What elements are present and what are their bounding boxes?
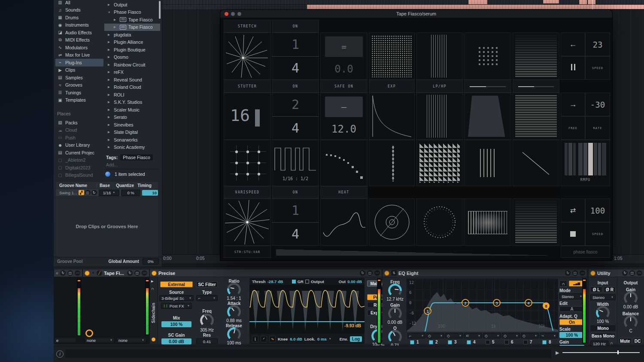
tag-chip[interactable]: Phase Fiasco	[120, 154, 153, 160]
plugin-tree-item[interactable]: ▶Tape Fiasco	[104, 24, 160, 31]
expand-arrow-icon[interactable]: ▶	[108, 3, 112, 6]
more-icon[interactable]: ⋯	[75, 270, 80, 276]
free-button[interactable]: FREE	[561, 116, 585, 140]
browser-category[interactable]: ⧉MIDI Effects	[55, 36, 103, 44]
groove-row[interactable]: Swing 1... ▞ ◫ ↻ 1/16▼ 0 % 10	[56, 189, 158, 196]
stutter-amount-cell[interactable]: — 12.0	[320, 93, 368, 140]
knee-value[interactable]: 6.0 dB	[290, 337, 302, 341]
stretch-amount-cell[interactable]: = 0.0	[320, 33, 368, 80]
pattern-cell[interactable]	[513, 93, 559, 140]
browser-place[interactable]: ☁Cloud	[55, 127, 103, 134]
groove-drop-area[interactable]: Drop Clips or Grooves Here	[56, 196, 158, 256]
browser-category[interactable]: ▦Drums	[55, 14, 103, 21]
browser-category[interactable]: ≈Grooves	[55, 81, 103, 89]
env-log-button[interactable]: Log	[350, 336, 362, 342]
ratio-knob[interactable]	[228, 284, 240, 295]
stutter-ratio-cell[interactable]: 24	[272, 93, 319, 140]
expand-arrow-icon[interactable]: ▶	[108, 55, 112, 59]
browser-place[interactable]: ▤Current Projec	[55, 149, 103, 157]
varispeed-header[interactable]: VARISPEED	[224, 186, 271, 199]
midi-clip[interactable]	[543, 0, 559, 3]
ramp-cell[interactable]: RMPU	[561, 140, 610, 186]
browser-place[interactable]: ▢Digitakt2023	[55, 164, 103, 172]
plugin-tree-item[interactable]: ▼Phase Fiasco	[104, 9, 160, 16]
balance-knob[interactable]	[625, 317, 636, 328]
device-title-bar[interactable]: ⇅ EQ Eight ↻ ◫ ⋯	[383, 269, 587, 277]
routing-select-b[interactable]: none▼	[116, 337, 146, 343]
browser-category[interactable]: ☰Tunings	[55, 89, 103, 97]
band-enable-checkbox[interactable]	[486, 340, 490, 344]
horizontal-scrollbar[interactable]	[562, 352, 640, 353]
eq-freq-knob[interactable]	[389, 285, 401, 296]
browser-place[interactable]: ▧Packs	[55, 119, 103, 127]
midi-clip[interactable]	[307, 5, 644, 9]
device-title-bar[interactable]: Utility ↻ ◫ ⋯	[589, 269, 644, 277]
footer-mode-cell[interactable]: STR:STU:VAR	[224, 246, 271, 258]
pattern-cell[interactable]	[513, 199, 559, 246]
routing-select[interactable]: e	[54, 337, 76, 343]
varispeed-ratio-cell[interactable]: 14	[272, 199, 319, 246]
browser-place[interactable]: ▢BillegalSound	[55, 172, 103, 179]
stop-button[interactable]	[561, 222, 585, 246]
midi-clip[interactable]	[588, 0, 595, 4]
square-wave-cell[interactable]: 1/16 : 1/2	[272, 140, 319, 186]
groove-quantize-field[interactable]: 0 %	[121, 190, 140, 196]
browser-category[interactable]: ⌁Plug-Ins	[55, 59, 103, 66]
filter-type-select[interactable]: ◇▼	[521, 333, 539, 338]
groove-commit-icon[interactable]: ▞	[79, 190, 84, 195]
hotswap-icon[interactable]: ↻	[60, 270, 66, 276]
release-knob[interactable]	[228, 329, 240, 340]
lphp-button[interactable]: LP/HP	[416, 80, 463, 93]
expand-arrow-icon[interactable]: ▶	[108, 63, 112, 66]
band-enable-checkbox[interactable]	[523, 340, 528, 344]
plugin-tree-item[interactable]: ▶Sonic Academy	[104, 144, 160, 151]
browser-category[interactable]: ▤Samples	[55, 74, 103, 81]
varispeed-xy-pad[interactable]	[224, 199, 271, 246]
device-partial[interactable]: ≡ ↻ ◫ ⋯ e	[54, 269, 82, 344]
browser-category[interactable]: ▥All	[55, 0, 103, 6]
device-title-bar[interactable]: ≡ ↻ ◫ ⋯	[54, 269, 82, 277]
varispeed-on-button[interactable]: ON	[272, 186, 319, 199]
plugin-tree-item[interactable]: ▶reFX	[104, 69, 160, 76]
stutter-header[interactable]: STUTTER	[224, 80, 271, 93]
routing-select-a[interactable]: none▼	[85, 337, 115, 343]
headphone-icon[interactable]: ∩	[610, 341, 613, 345]
device-activator-led[interactable]	[152, 271, 157, 276]
midi-clip[interactable]	[468, 0, 487, 4]
filter-type-select[interactable]: ◇▼	[426, 333, 444, 338]
pattern-cell[interactable]	[464, 93, 511, 140]
hotswap-icon[interactable]: ↻	[360, 270, 365, 276]
stretch-on-button[interactable]: ON	[272, 20, 319, 33]
plugin-window[interactable]: Tape Fiasco/serum STRETCH ON 14	[220, 9, 613, 261]
expand-icon[interactable]: ⇅	[391, 270, 397, 276]
plugin-tree-item[interactable]: ▶Plugin Alliance	[104, 39, 160, 46]
filter-type-select[interactable]: ⌐▼	[196, 295, 218, 301]
device-precise[interactable]: Precise ↻ ◫ ⋯ ▶ ∩ Sidechain External Sou…	[149, 269, 382, 344]
fold-icon[interactable]: ▼	[91, 271, 95, 275]
falling-dots-cell[interactable]	[320, 140, 368, 186]
channel-mode-select[interactable]: Stereo▼	[590, 294, 616, 300]
nav-right-button[interactable]: →	[561, 93, 585, 116]
plugin-title-bar[interactable]: Tape Fiasco/serum	[220, 10, 612, 18]
eq-q-knob[interactable]	[389, 331, 401, 342]
sidechain-led[interactable]	[152, 338, 155, 341]
save-icon[interactable]: ◫	[367, 270, 373, 276]
expand-arrow-icon[interactable]: ▶	[108, 93, 112, 97]
minimize-icon[interactable]	[231, 12, 235, 16]
attack-knob[interactable]	[228, 306, 240, 317]
pattern-cell[interactable]	[416, 33, 463, 80]
stretch-xy-pad[interactable]	[224, 33, 271, 80]
expand-arrow-icon[interactable]: ▶	[108, 108, 112, 112]
diagonal-cell[interactable]	[513, 140, 559, 186]
band-enable-checkbox[interactable]	[542, 340, 547, 344]
expand-arrow-icon[interactable]: ▶	[108, 33, 112, 36]
add-tag[interactable]: Add...	[106, 162, 118, 167]
expand-arrow-icon[interactable]: ▶	[108, 70, 112, 74]
pattern-cell[interactable]	[464, 33, 511, 80]
envelope-mode-icon[interactable]: ∿	[269, 336, 276, 342]
varispeed-value-cell[interactable]: 100	[585, 199, 610, 222]
sc-gain-field[interactable]: 0.00 dB	[161, 338, 191, 344]
more-icon[interactable]: ⋯	[142, 270, 147, 276]
filter-type-select[interactable]: ◇▼	[502, 333, 520, 338]
more-icon[interactable]: ⋯	[580, 270, 585, 276]
